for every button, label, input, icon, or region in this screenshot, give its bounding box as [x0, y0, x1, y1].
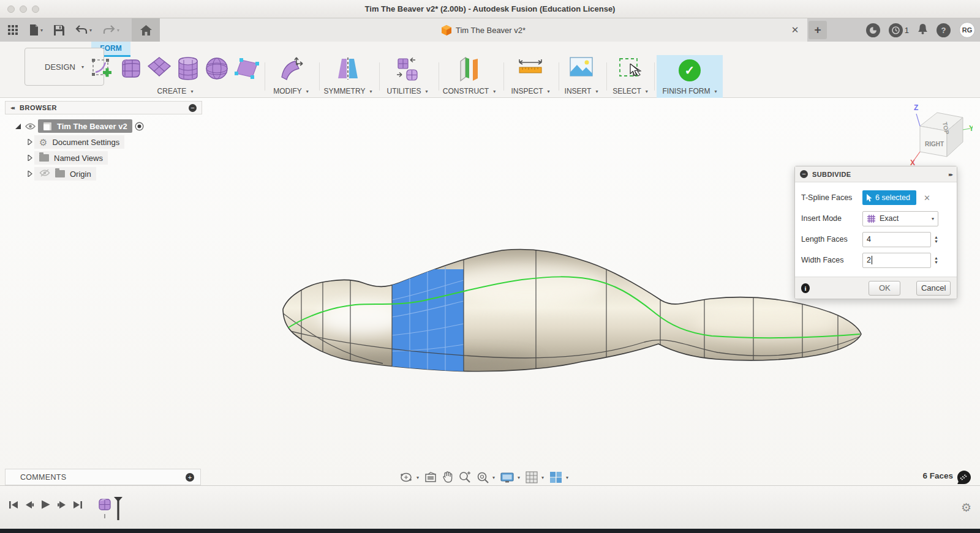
- app-grid-button[interactable]: [4, 18, 23, 42]
- insert-mode-dropdown[interactable]: Exact ▾: [862, 211, 938, 226]
- help-button[interactable]: ?: [937, 23, 951, 37]
- job-status-button[interactable]: 1: [889, 23, 909, 37]
- spin-up-icon[interactable]: ▲: [934, 256, 938, 259]
- ok-button[interactable]: OK: [869, 281, 900, 296]
- utilities-group-button[interactable]: UTILITIES ▾: [386, 87, 428, 95]
- insert-mode-row: Insert Mode Exact ▾: [795, 208, 957, 229]
- user-avatar[interactable]: RG: [959, 22, 975, 38]
- cancel-button[interactable]: Cancel: [916, 281, 951, 296]
- add-comment-icon[interactable]: +: [186, 473, 194, 482]
- clear-selection-icon[interactable]: ✕: [924, 193, 930, 203]
- expand-triangle-icon[interactable]: [26, 155, 34, 161]
- extensions-icon[interactable]: [866, 23, 880, 37]
- display-settings-button[interactable]: ▾: [500, 472, 520, 483]
- browser-minimize-icon[interactable]: −: [189, 104, 197, 112]
- symmetry-icon[interactable]: [336, 56, 360, 81]
- modify-caret-icon: ▾: [306, 89, 309, 94]
- pan-button[interactable]: [442, 471, 453, 483]
- browser-header[interactable]: ◂◂ BROWSER −: [5, 101, 202, 114]
- close-window-button[interactable]: [7, 6, 15, 13]
- close-tab-icon[interactable]: ✕: [789, 24, 801, 36]
- select-group-button[interactable]: SELECT ▾: [612, 87, 648, 95]
- mouse-cursor: [630, 64, 639, 80]
- viewports-button[interactable]: ▾: [549, 471, 568, 483]
- selected-faces-band[interactable]: [392, 267, 464, 373]
- orbit-button[interactable]: ▾: [399, 471, 419, 483]
- primitive-sphere-icon[interactable]: [205, 56, 229, 81]
- dialog-collapse-icon[interactable]: −: [800, 170, 808, 178]
- length-faces-input[interactable]: 4: [862, 232, 931, 247]
- timeline-position-marker[interactable]: [114, 497, 123, 520]
- tree-row-document-settings[interactable]: ⚙ Document Settings: [5, 134, 202, 150]
- primitive-plane-icon[interactable]: [147, 56, 172, 80]
- activate-component-radio[interactable]: [132, 122, 147, 131]
- width-faces-input[interactable]: 2: [862, 253, 931, 268]
- construct-icon[interactable]: [457, 56, 481, 82]
- undo-button[interactable]: ▾: [71, 18, 96, 42]
- visibility-eye-icon[interactable]: [22, 123, 38, 130]
- inspect-measure-icon[interactable]: [517, 56, 544, 80]
- expand-triangle-icon[interactable]: [26, 171, 34, 177]
- named-views-item[interactable]: Named Views: [34, 151, 108, 165]
- inspect-group-button[interactable]: INSPECT ▾: [511, 87, 549, 95]
- finish-form-button[interactable]: FINISH FORM ▾: [662, 87, 717, 95]
- spin-down-icon[interactable]: ▼: [934, 261, 938, 264]
- collapse-panel-icon[interactable]: ◂◂: [10, 105, 13, 111]
- skip-to-start-button[interactable]: [9, 500, 18, 510]
- length-faces-spinner[interactable]: ▲ ▼: [932, 232, 940, 247]
- primitive-face-icon[interactable]: [234, 56, 260, 81]
- zoom-button[interactable]: [459, 471, 471, 483]
- create-group-button[interactable]: CREATE ▾: [157, 87, 194, 95]
- primitive-cylinder-icon[interactable]: [176, 56, 200, 81]
- width-faces-spinner[interactable]: ▲ ▼: [932, 253, 940, 268]
- primitive-box-icon[interactable]: [118, 56, 142, 81]
- notifications-button[interactable]: [918, 23, 928, 37]
- step-back-button[interactable]: [24, 500, 34, 510]
- play-button[interactable]: [40, 499, 51, 510]
- insert-group-button[interactable]: INSERT ▾: [565, 87, 598, 95]
- dialog-dock-icon[interactable]: ▸▸: [949, 171, 952, 177]
- document-settings-item[interactable]: ⚙ Document Settings: [34, 135, 124, 149]
- construct-group-button[interactable]: CONSTRUCT ▾: [443, 87, 496, 95]
- spin-down-icon[interactable]: ▼: [934, 240, 938, 243]
- symmetry-group-button[interactable]: SYMMETRY ▾: [324, 87, 372, 95]
- save-button[interactable]: [50, 18, 69, 42]
- expand-triangle-icon[interactable]: [26, 139, 34, 145]
- selection-filter-icon[interactable]: [957, 470, 971, 487]
- fit-view-button[interactable]: ▾: [477, 471, 495, 483]
- comments-bar[interactable]: COMMENTS +: [5, 469, 201, 485]
- orbit-caret-icon: ▾: [417, 475, 419, 480]
- spin-up-icon[interactable]: ▲: [934, 236, 938, 239]
- document-tab[interactable]: Tim The Beaver v2* ✕: [160, 18, 807, 42]
- tree-row-named-views[interactable]: Named Views: [5, 150, 202, 166]
- zoom-window-button[interactable]: [32, 6, 39, 13]
- modify-group-button[interactable]: MODIFY ▾: [273, 87, 309, 95]
- insert-image-icon[interactable]: [569, 56, 594, 77]
- skip-to-end-button[interactable]: [73, 500, 83, 510]
- timeline-settings-gear-icon[interactable]: ⚙: [961, 501, 971, 515]
- step-forward-button[interactable]: [57, 500, 67, 510]
- file-menu-button[interactable]: ▾: [25, 18, 47, 42]
- root-component-item[interactable]: Tim The Beaver v2: [38, 119, 132, 133]
- minimize-window-button[interactable]: [20, 6, 27, 13]
- create-group-label: CREATE: [157, 87, 187, 95]
- origin-item[interactable]: Origin: [34, 167, 96, 181]
- utilities-icon[interactable]: [394, 56, 420, 82]
- tspline-faces-selection-button[interactable]: 6 selected: [862, 190, 916, 205]
- finish-form-check-icon[interactable]: ✓: [679, 59, 701, 81]
- subdivide-dialog-header[interactable]: − SUBDIVIDE ▸▸: [795, 166, 957, 182]
- expand-triangle-icon[interactable]: [13, 124, 22, 129]
- info-icon[interactable]: i: [801, 283, 810, 293]
- tree-row-root[interactable]: Tim The Beaver v2: [5, 118, 202, 134]
- view-cube[interactable]: TOP RIGHT Z Y X: [902, 102, 973, 165]
- edit-form-icon[interactable]: [278, 56, 304, 81]
- grid-snap-button[interactable]: ▾: [526, 471, 544, 483]
- look-at-button[interactable]: [424, 472, 437, 483]
- tree-row-origin[interactable]: Origin: [5, 166, 202, 182]
- home-tab-button[interactable]: [132, 18, 160, 42]
- form-feature-icon[interactable]: [99, 499, 110, 518]
- redo-button[interactable]: ▾: [99, 18, 124, 42]
- hidden-eye-icon[interactable]: [39, 168, 50, 179]
- create-sketch-icon[interactable]: [91, 56, 113, 80]
- new-tab-button[interactable]: +: [809, 21, 827, 39]
